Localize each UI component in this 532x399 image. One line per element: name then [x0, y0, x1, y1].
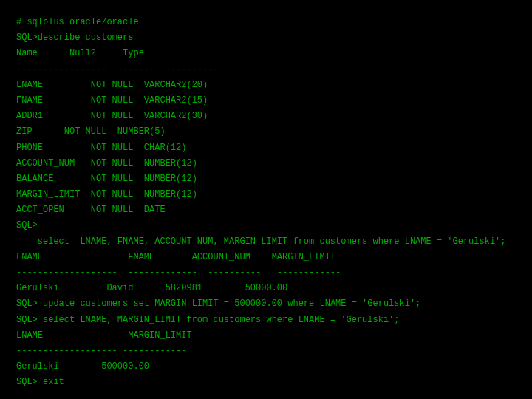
- sql-line: SQL> exit: [16, 376, 516, 388]
- describe-row: ADDR1 NOT NULL VARCHAR2(30): [16, 110, 516, 122]
- describe-row: ACCOUNT_NUM NOT NULL NUMBER(12): [16, 157, 516, 169]
- describe-row: ACCT_OPEN NOT NULL DATE: [16, 204, 516, 216]
- sql-prompt: SQL>: [16, 299, 38, 309]
- query-row: Gerulski 500000.00: [16, 361, 516, 372]
- query-rule: ------------------- ------------: [16, 345, 516, 357]
- query-rule: ------------------- ------------- ------…: [16, 267, 516, 279]
- sql-command: describe customers: [38, 33, 134, 43]
- sql-prompt: SQL>: [16, 33, 38, 43]
- sql-command: exit: [38, 377, 64, 387]
- sql-command: update customers set MARGIN_LIMIT = 5000…: [38, 299, 420, 309]
- describe-row: ZIP NOT NULL NUMBER(5): [16, 126, 516, 137]
- describe-rule: ----------------- ------- ----------: [16, 64, 516, 75]
- query-header: LNAME MARGIN_LIMIT: [16, 330, 516, 341]
- describe-header: Name Null? Type: [16, 47, 516, 59]
- sql-prompt: SQL>: [16, 377, 38, 387]
- shell-command: # sqlplus oracle/oracle: [16, 16, 516, 28]
- sql-command: select LNAME, FNAME, ACCOUNT_NUM, MARGIN…: [16, 236, 516, 248]
- sql-prompt: SQL>: [16, 219, 516, 231]
- describe-row: BALANCE NOT NULL NUMBER(12): [16, 173, 516, 185]
- describe-row: MARGIN_LIMIT NOT NULL NUMBER(12): [16, 188, 516, 200]
- describe-row: FNAME NOT NULL VARCHAR2(15): [16, 95, 516, 106]
- describe-row: PHONE NOT NULL CHAR(12): [16, 142, 516, 154]
- sql-command: select LNAME, MARGIN_LIMIT from customer…: [38, 315, 400, 325]
- query-row: Gerulski David 5820981 50000.00: [16, 282, 516, 294]
- query-header: LNAME FNAME ACCOUNT_NUM MARGIN_LIMIT: [16, 251, 516, 263]
- sql-line: SQL>describe customers: [16, 32, 516, 44]
- sql-line: SQL> select LNAME, MARGIN_LIMIT from cus…: [16, 314, 516, 326]
- describe-row: LNAME NOT NULL VARCHAR2(20): [16, 79, 516, 91]
- sql-line: SQL> update customers set MARGIN_LIMIT =…: [16, 298, 516, 310]
- sql-prompt: SQL>: [16, 315, 38, 325]
